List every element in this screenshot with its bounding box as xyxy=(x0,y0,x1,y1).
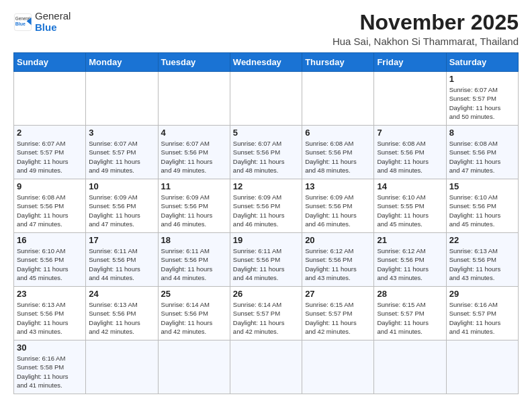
calendar-cell: 28Sunrise: 6:15 AM Sunset: 5:57 PM Dayli… xyxy=(374,287,446,340)
day-number: 9 xyxy=(17,181,83,191)
calendar-cell: 9Sunrise: 6:08 AM Sunset: 5:56 PM Daylig… xyxy=(14,179,86,233)
weekday-header-sunday: Sunday xyxy=(14,53,86,72)
calendar-cell: 30Sunrise: 6:16 AM Sunset: 5:58 PM Dayli… xyxy=(14,340,86,394)
calendar-cell xyxy=(374,72,446,126)
calendar-cell: 2Sunrise: 6:07 AM Sunset: 5:57 PM Daylig… xyxy=(14,126,86,179)
calendar-cell: 20Sunrise: 6:12 AM Sunset: 5:56 PM Dayli… xyxy=(302,233,374,287)
day-info: Sunrise: 6:13 AM Sunset: 5:56 PM Dayligh… xyxy=(89,300,154,336)
day-number: 28 xyxy=(377,289,443,299)
day-info: Sunrise: 6:08 AM Sunset: 5:56 PM Dayligh… xyxy=(17,193,83,228)
day-info: Sunrise: 6:07 AM Sunset: 5:56 PM Dayligh… xyxy=(233,139,299,175)
calendar-cell: 12Sunrise: 6:09 AM Sunset: 5:56 PM Dayli… xyxy=(230,179,302,233)
calendar-table: SundayMondayTuesdayWednesdayThursdayFrid… xyxy=(13,52,519,394)
weekday-header-thursday: Thursday xyxy=(302,53,374,72)
day-info: Sunrise: 6:12 AM Sunset: 5:56 PM Dayligh… xyxy=(377,246,443,282)
calendar-cell: 6Sunrise: 6:08 AM Sunset: 5:56 PM Daylig… xyxy=(302,126,374,179)
day-info: Sunrise: 6:10 AM Sunset: 5:56 PM Dayligh… xyxy=(17,246,83,282)
day-info: Sunrise: 6:09 AM Sunset: 5:56 PM Dayligh… xyxy=(161,193,227,228)
calendar-row: 23Sunrise: 6:13 AM Sunset: 5:56 PM Dayli… xyxy=(14,287,519,340)
calendar-cell: 22Sunrise: 6:13 AM Sunset: 5:56 PM Dayli… xyxy=(446,233,518,287)
calendar-cell xyxy=(230,340,302,394)
day-number: 22 xyxy=(449,235,515,245)
calendar-row: 30Sunrise: 6:16 AM Sunset: 5:58 PM Dayli… xyxy=(14,340,519,394)
month-title: November 2025 xyxy=(332,11,519,34)
day-number: 2 xyxy=(17,128,83,138)
day-info: Sunrise: 6:12 AM Sunset: 5:56 PM Dayligh… xyxy=(305,246,371,282)
calendar-header-row: SundayMondayTuesdayWednesdayThursdayFrid… xyxy=(14,53,519,72)
calendar-cell: 11Sunrise: 6:09 AM Sunset: 5:56 PM Dayli… xyxy=(158,179,230,233)
day-info: Sunrise: 6:09 AM Sunset: 5:56 PM Dayligh… xyxy=(305,193,371,228)
day-info: Sunrise: 6:07 AM Sunset: 5:57 PM Dayligh… xyxy=(449,85,515,121)
calendar-cell: 17Sunrise: 6:11 AM Sunset: 5:56 PM Dayli… xyxy=(86,233,158,287)
day-info: Sunrise: 6:07 AM Sunset: 5:57 PM Dayligh… xyxy=(17,139,83,175)
calendar-cell: 19Sunrise: 6:11 AM Sunset: 5:56 PM Dayli… xyxy=(230,233,302,287)
calendar-cell xyxy=(86,72,158,126)
calendar-cell xyxy=(158,72,230,126)
calendar-cell xyxy=(302,340,374,394)
day-number: 20 xyxy=(305,235,371,245)
day-number: 26 xyxy=(233,289,299,299)
day-info: Sunrise: 6:07 AM Sunset: 5:56 PM Dayligh… xyxy=(161,139,227,175)
calendar-cell xyxy=(230,72,302,126)
calendar-cell: 7Sunrise: 6:08 AM Sunset: 5:56 PM Daylig… xyxy=(374,126,446,179)
location-title: Hua Sai, Nakhon Si Thammarat, Thailand xyxy=(332,36,519,47)
day-info: Sunrise: 6:13 AM Sunset: 5:56 PM Dayligh… xyxy=(449,246,515,282)
calendar-cell xyxy=(302,72,374,126)
weekday-header-friday: Friday xyxy=(374,53,446,72)
logo: General Blue General Blue xyxy=(13,11,71,33)
day-info: Sunrise: 6:07 AM Sunset: 5:57 PM Dayligh… xyxy=(89,139,154,175)
day-number: 29 xyxy=(449,289,515,299)
calendar-cell: 24Sunrise: 6:13 AM Sunset: 5:56 PM Dayli… xyxy=(86,287,158,340)
day-number: 18 xyxy=(161,235,227,245)
calendar-row: 2Sunrise: 6:07 AM Sunset: 5:57 PM Daylig… xyxy=(14,126,519,179)
day-info: Sunrise: 6:11 AM Sunset: 5:56 PM Dayligh… xyxy=(89,246,154,282)
day-info: Sunrise: 6:15 AM Sunset: 5:57 PM Dayligh… xyxy=(305,300,371,336)
day-number: 30 xyxy=(17,342,83,353)
calendar-cell: 29Sunrise: 6:16 AM Sunset: 5:57 PM Dayli… xyxy=(446,287,518,340)
day-number: 13 xyxy=(305,181,371,191)
weekday-header-wednesday: Wednesday xyxy=(230,53,302,72)
calendar-cell: 15Sunrise: 6:10 AM Sunset: 5:56 PM Dayli… xyxy=(446,179,518,233)
calendar-cell: 13Sunrise: 6:09 AM Sunset: 5:56 PM Dayli… xyxy=(302,179,374,233)
day-info: Sunrise: 6:14 AM Sunset: 5:57 PM Dayligh… xyxy=(233,300,299,336)
svg-text:Blue: Blue xyxy=(15,21,26,26)
day-number: 25 xyxy=(161,289,227,299)
day-number: 7 xyxy=(377,128,443,138)
calendar-cell xyxy=(446,340,518,394)
day-number: 16 xyxy=(17,235,83,245)
day-info: Sunrise: 6:08 AM Sunset: 5:56 PM Dayligh… xyxy=(449,139,515,175)
day-number: 14 xyxy=(377,181,443,191)
day-info: Sunrise: 6:08 AM Sunset: 5:56 PM Dayligh… xyxy=(305,139,371,175)
day-info: Sunrise: 6:15 AM Sunset: 5:57 PM Dayligh… xyxy=(377,300,443,336)
day-number: 4 xyxy=(161,128,227,138)
calendar-cell: 10Sunrise: 6:09 AM Sunset: 5:56 PM Dayli… xyxy=(86,179,158,233)
day-info: Sunrise: 6:08 AM Sunset: 5:56 PM Dayligh… xyxy=(377,139,443,175)
title-block: November 2025 Hua Sai, Nakhon Si Thammar… xyxy=(332,11,519,47)
calendar-cell: 4Sunrise: 6:07 AM Sunset: 5:56 PM Daylig… xyxy=(158,126,230,179)
calendar-cell xyxy=(374,340,446,394)
day-info: Sunrise: 6:10 AM Sunset: 5:56 PM Dayligh… xyxy=(449,193,515,228)
day-number: 19 xyxy=(233,235,299,245)
calendar-cell: 16Sunrise: 6:10 AM Sunset: 5:56 PM Dayli… xyxy=(14,233,86,287)
day-number: 11 xyxy=(161,181,227,191)
day-number: 8 xyxy=(449,128,515,138)
weekday-header-saturday: Saturday xyxy=(446,53,518,72)
day-number: 12 xyxy=(233,181,299,191)
day-number: 5 xyxy=(233,128,299,138)
day-info: Sunrise: 6:11 AM Sunset: 5:56 PM Dayligh… xyxy=(161,246,227,282)
day-number: 17 xyxy=(89,235,154,245)
day-number: 24 xyxy=(89,289,154,299)
day-number: 1 xyxy=(449,74,515,84)
day-info: Sunrise: 6:13 AM Sunset: 5:56 PM Dayligh… xyxy=(17,300,83,336)
calendar-cell: 23Sunrise: 6:13 AM Sunset: 5:56 PM Dayli… xyxy=(14,287,86,340)
weekday-header-tuesday: Tuesday xyxy=(158,53,230,72)
page-header: General Blue General Blue November 2025 … xyxy=(13,11,519,47)
calendar-cell: 3Sunrise: 6:07 AM Sunset: 5:57 PM Daylig… xyxy=(86,126,158,179)
calendar-cell: 26Sunrise: 6:14 AM Sunset: 5:57 PM Dayli… xyxy=(230,287,302,340)
calendar-cell: 25Sunrise: 6:14 AM Sunset: 5:56 PM Dayli… xyxy=(158,287,230,340)
calendar-cell: 18Sunrise: 6:11 AM Sunset: 5:56 PM Dayli… xyxy=(158,233,230,287)
generalblue-logo-icon: General Blue xyxy=(13,13,32,32)
day-number: 6 xyxy=(305,128,371,138)
day-number: 21 xyxy=(377,235,443,245)
calendar-row: 9Sunrise: 6:08 AM Sunset: 5:56 PM Daylig… xyxy=(14,179,519,233)
